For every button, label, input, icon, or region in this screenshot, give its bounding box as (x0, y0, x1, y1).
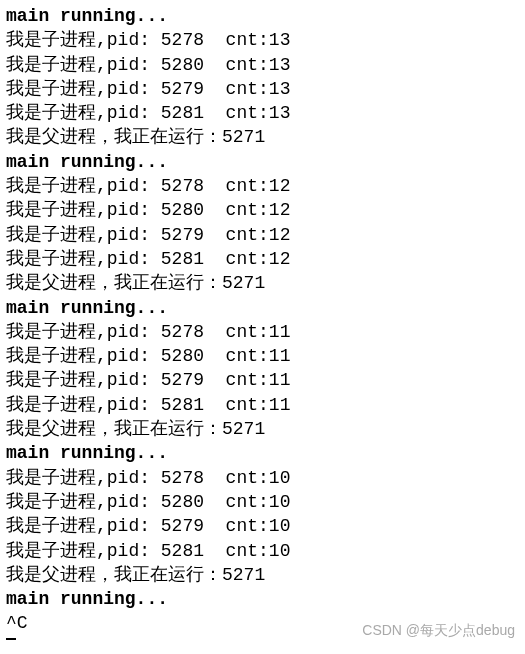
terminal-line: 我是子进程,pid: 5280 cnt:13 (6, 53, 519, 77)
terminal-line: 我是子进程,pid: 5281 cnt:12 (6, 247, 519, 271)
terminal-line: main running... (6, 296, 519, 320)
terminal-line: main running... (6, 441, 519, 465)
terminal-line: 我是子进程,pid: 5280 cnt:11 (6, 344, 519, 368)
terminal-line: 我是子进程,pid: 5279 cnt:13 (6, 77, 519, 101)
terminal-output[interactable]: main running...我是子进程,pid: 5278 cnt:13我是子… (6, 4, 519, 640)
cursor (6, 638, 16, 640)
terminal-line: 我是父进程，我正在运行：5271 (6, 125, 519, 149)
terminal-line: 我是子进程,pid: 5280 cnt:10 (6, 490, 519, 514)
terminal-line: 我是父进程，我正在运行：5271 (6, 417, 519, 441)
terminal-line: 我是父进程，我正在运行：5271 (6, 563, 519, 587)
terminal-line: main running... (6, 150, 519, 174)
terminal-line: 我是子进程,pid: 5280 cnt:12 (6, 198, 519, 222)
terminal-line: 我是子进程,pid: 5279 cnt:10 (6, 514, 519, 538)
terminal-line: 我是子进程,pid: 5278 cnt:10 (6, 466, 519, 490)
terminal-line: 我是子进程,pid: 5281 cnt:10 (6, 539, 519, 563)
terminal-line: 我是子进程,pid: 5278 cnt:13 (6, 28, 519, 52)
terminal-line: 我是子进程,pid: 5281 cnt:11 (6, 393, 519, 417)
terminal-line: 我是子进程,pid: 5279 cnt:11 (6, 368, 519, 392)
terminal-line: 我是子进程,pid: 5278 cnt:11 (6, 320, 519, 344)
terminal-line: 我是父进程，我正在运行：5271 (6, 271, 519, 295)
terminal-line: 我是子进程,pid: 5281 cnt:13 (6, 101, 519, 125)
terminal-line: 我是子进程,pid: 5279 cnt:12 (6, 223, 519, 247)
terminal-line: main running... (6, 4, 519, 28)
terminal-line: ^C (6, 611, 519, 635)
terminal-line: main running... (6, 587, 519, 611)
terminal-line: 我是子进程,pid: 5278 cnt:12 (6, 174, 519, 198)
